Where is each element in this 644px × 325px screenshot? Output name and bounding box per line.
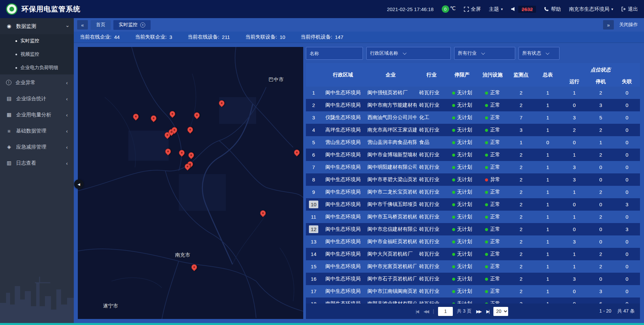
cell-facility: 正常 xyxy=(478,297,508,304)
map-pin[interactable] xyxy=(133,114,139,119)
map-pin[interactable] xyxy=(170,111,175,117)
map-pin[interactable] xyxy=(151,115,156,121)
sidebar-item-power-analysis[interactable]: ▦ 企业用电量分析 ‹ xyxy=(0,107,74,123)
tabs-scroll-right-button[interactable]: » xyxy=(603,20,614,30)
tab-home[interactable]: 首页 xyxy=(91,20,111,30)
sidebar-collapse-button[interactable]: ◀ xyxy=(74,179,84,189)
map-pin[interactable] xyxy=(189,152,194,158)
table-row[interactable]: 13 阆中生态环境局 阆中市金福旺页岩机砖 砖瓦行业 无计划 正常 2 1 3 xyxy=(306,235,640,248)
cell-lost: 0 xyxy=(614,273,640,285)
map-pin[interactable] xyxy=(219,100,224,106)
table-row[interactable]: 3 仪陇生态环境局 西南油气田分公司川中 化工 无计划 正常 7 1 3 xyxy=(306,111,640,124)
close-icon[interactable]: × xyxy=(140,22,145,28)
cell-lost: 0 xyxy=(614,211,640,223)
last-page-button[interactable]: ▶| xyxy=(486,309,489,314)
table-row[interactable]: 14 阆中生态环境局 阆中大兴页岩机砖厂 砖瓦行业 无计划 正常 2 1 1 xyxy=(306,248,640,260)
table-row[interactable]: 1 阆中生态环境局 阆中强锐页岩砖厂 砖瓦行业 无计划 正常 2 1 1 xyxy=(306,87,640,99)
cell-company: 营山县润丰肉食品有限 xyxy=(365,136,416,149)
cell-monitor: 2 xyxy=(508,248,535,260)
next-page-button[interactable]: ▶▶ xyxy=(476,309,482,314)
sidebar-item-emergency-management[interactable]: ◈ 应急减排管理 ‹ xyxy=(0,139,74,155)
theme-dropdown[interactable]: 主题 ▾ xyxy=(489,6,503,12)
cell-industry: 砖瓦行业 xyxy=(417,211,447,223)
chevron-icon: ‹ xyxy=(66,144,68,150)
cell-lost: 0 xyxy=(614,149,640,161)
sidebar-item-base-data[interactable]: ≡ 基础数据管理 ‹ xyxy=(0,123,74,139)
cell-industry: 砖瓦行业 xyxy=(417,273,447,285)
cell-region: 阆中生态环境局 xyxy=(321,211,365,223)
facility-status-dot xyxy=(485,178,488,181)
sidebar-item-enterprise-abnormal[interactable]: ! 企业异常 ‹ xyxy=(0,74,74,91)
status-filter-select[interactable]: 所有状态 xyxy=(519,47,559,60)
cell-meter: 1 xyxy=(534,223,561,235)
sidebar-item-log-view[interactable]: ▥ 日志查看 ‹ xyxy=(0,155,74,171)
cell-meter: 1 xyxy=(534,211,561,223)
cell-meter: 1 xyxy=(534,149,561,161)
sidebar-item-video-monitor[interactable]: 视频监控 xyxy=(0,48,74,61)
close-operations-button[interactable]: 关闭操作 xyxy=(619,22,638,28)
cell-meter: 1 xyxy=(534,111,561,124)
map-panel[interactable]: 巴中市 南充市 遂宁市 xyxy=(78,47,303,319)
table-row[interactable]: 16 阆中生态环境局 阆中市石子页岩机砖厂 砖瓦行业 无计划 正常 2 1 3 xyxy=(306,273,640,285)
fullscreen-button[interactable]: 全屏 xyxy=(464,6,481,12)
table-row[interactable]: 8 阆中生态环境局 阆中市枣碧大梁山页岩 砖瓦行业 无计划 异常 2 1 3 xyxy=(306,173,640,186)
prev-page-button[interactable]: ◀◀ xyxy=(423,309,429,314)
industry-filter-select[interactable]: 所有行业 xyxy=(454,47,515,60)
name-filter-input[interactable] xyxy=(306,47,363,60)
table-row[interactable]: 11 阆中生态环境局 阆中市五马桥页岩机砖 砖瓦行业 无计划 正常 2 1 1 xyxy=(306,211,640,223)
table-row[interactable]: 17 阆中生态环境局 阆中市江南镇阆南页岩 砖瓦行业 无计划 正常 2 1 0 xyxy=(306,285,640,297)
org-dropdown[interactable]: 南充市生态环境局 ▾ xyxy=(569,6,613,12)
table-row[interactable]: 2 阆中生态环境局 阆中市南方节能建材有 砖瓦行业 无计划 正常 2 1 0 xyxy=(306,99,640,111)
table-row[interactable]: 6 阆中生态环境局 阆中市金博瑞新型墙材 砖瓦行业 无计划 正常 2 1 1 xyxy=(306,149,640,161)
cell-industry: 砖瓦行业 xyxy=(417,87,447,99)
page-size-select[interactable]: 20 xyxy=(493,307,508,316)
map-pin[interactable] xyxy=(260,210,266,216)
map-pin[interactable] xyxy=(294,150,300,155)
col-header-point-status-group: 点位状态 xyxy=(561,63,640,76)
table-row[interactable]: 18 南部生态环境局 南部县鸿业建材有限公 砖瓦行业 无计划 正常 2 1 0 xyxy=(306,297,640,304)
map-pin[interactable] xyxy=(191,264,197,270)
logout-button[interactable]: 退出 xyxy=(621,6,638,12)
plan-status-dot xyxy=(452,228,455,231)
map-pin[interactable] xyxy=(185,164,191,169)
cell-limit: 无计划 xyxy=(446,223,478,235)
facility-status-dot xyxy=(485,240,488,243)
table-row[interactable]: 5 营山生态环境局 营山县润丰肉食品有限 食品 无计划 正常 1 0 0 xyxy=(306,136,640,149)
help-button[interactable]: 帮助 xyxy=(544,6,561,12)
map-pin[interactable] xyxy=(194,112,200,118)
announcement-button[interactable]: 2632 xyxy=(511,6,536,13)
table-row[interactable]: 12 阆中生态环境局 阆中市忠信建材有限公 砖瓦行业 无计划 正常 2 1 0 xyxy=(306,223,640,235)
chevron-down-icon xyxy=(403,51,407,55)
table-row[interactable]: 15 阆中生态环境局 阆中市光富页岩机砖厂 砖瓦行业 无计划 正常 2 1 1 xyxy=(306,260,640,273)
cell-limit: 无计划 xyxy=(446,260,478,273)
map-pin[interactable] xyxy=(165,149,171,154)
map-pin[interactable] xyxy=(179,150,184,156)
sidebar-item-enterprise-statistics[interactable]: ▤ 企业综合统计 ‹ xyxy=(0,91,74,107)
cell-region: 阆中生态环境局 xyxy=(321,149,365,161)
cell-limit: 无计划 xyxy=(446,87,478,99)
map-pin[interactable] xyxy=(172,127,177,133)
tab-realtime-monitor[interactable]: 实时监控 × xyxy=(113,20,151,30)
sidebar-item-power-load-detail[interactable]: 企业电力负荷明细 xyxy=(0,61,74,74)
region-filter-select[interactable]: 行政区域名称 xyxy=(366,47,451,60)
cell-facility: 正常 xyxy=(478,149,508,161)
cell-monitor: 2 xyxy=(508,211,535,223)
stat-item: 当前在线企业: 44 xyxy=(80,34,120,40)
pin-icon xyxy=(178,149,186,157)
cell-company: 阆中市南方节能建材有 xyxy=(365,99,416,111)
table-row[interactable]: 4 高坪生态环境局 南充市高坪区王家店建 砖瓦行业 无计划 正常 3 1 2 xyxy=(306,124,640,136)
fullscreen-icon xyxy=(464,7,469,12)
tabs-scroll-left-button[interactable]: « xyxy=(77,20,88,30)
table-row[interactable]: 10 阆中生态环境局 阆中市千佛镇五郎垭页岩 砖瓦行业 无计划 正常 2 1 0 xyxy=(306,198,640,211)
table-row[interactable]: 7 阆中生态环境局 阆中明阳建材有限公司 砖瓦行业 无计划 正常 2 1 3 xyxy=(306,161,640,173)
cell-monitor: 2 xyxy=(508,198,535,211)
facility-status-dot xyxy=(485,154,488,157)
table-row[interactable]: 9 阆中生态环境局 阆中市二龙长宝页岩砖 砖瓦行业 无计划 正常 2 1 1 xyxy=(306,186,640,198)
first-page-button[interactable]: |◀ xyxy=(415,309,419,314)
page-number-input[interactable] xyxy=(438,307,453,316)
cell-monitor: 7 xyxy=(508,111,535,124)
cell-stop: 6 xyxy=(588,297,614,304)
map-pin[interactable] xyxy=(187,127,193,132)
sidebar-item-data-monitoring[interactable]: ◉ 数据监测 ‹ xyxy=(0,18,74,34)
sidebar-item-realtime-monitor[interactable]: 实时监控 xyxy=(0,34,74,48)
